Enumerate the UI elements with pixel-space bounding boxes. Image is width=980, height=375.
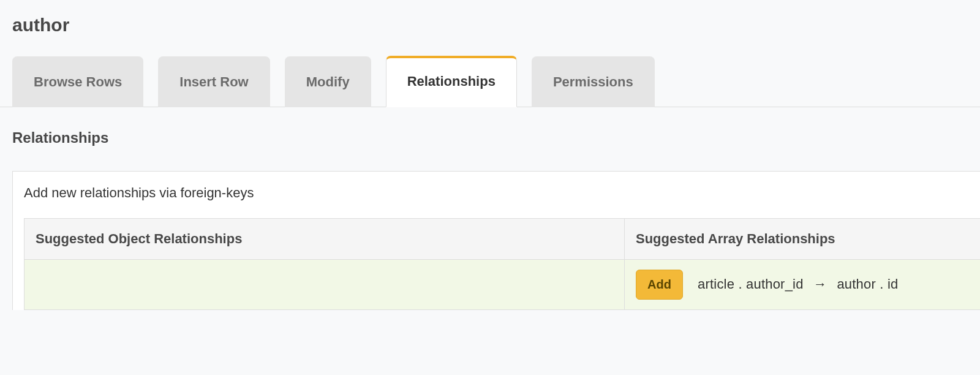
tab-bar: Browse Rows Insert Row Modify Relationsh…	[0, 55, 980, 107]
page-title: author	[0, 0, 980, 55]
relationships-table: Suggested Object Relationships Suggested…	[24, 218, 980, 310]
add-button[interactable]: Add	[636, 270, 683, 300]
dot-separator: .	[738, 276, 746, 292]
to-table: author	[837, 276, 876, 292]
table-row: Add article . author_id → author . id	[24, 260, 981, 310]
tab-browse-rows[interactable]: Browse Rows	[12, 56, 143, 107]
from-table: article	[698, 276, 734, 292]
tab-permissions[interactable]: Permissions	[532, 56, 655, 107]
relationship-suggestion-text: article . author_id → author . id	[698, 276, 898, 292]
tab-relationships[interactable]: Relationships	[386, 56, 517, 107]
relationships-panel: Add new relationships via foreign-keys S…	[12, 171, 980, 310]
tab-insert-row[interactable]: Insert Row	[158, 56, 270, 107]
dot-separator: .	[880, 276, 888, 292]
object-relationship-cell	[24, 260, 625, 310]
arrow-right-icon: →	[813, 276, 827, 292]
array-relationship-cell: Add article . author_id → author . id	[625, 260, 981, 310]
col-object-relationships: Suggested Object Relationships	[24, 219, 625, 260]
to-column: id	[888, 276, 899, 292]
panel-heading: Add new relationships via foreign-keys	[13, 172, 980, 218]
from-column: author_id	[746, 276, 804, 292]
tab-modify[interactable]: Modify	[285, 56, 371, 107]
col-array-relationships: Suggested Array Relationships	[625, 219, 981, 260]
section-heading: Relationships	[0, 107, 980, 171]
table-header-row: Suggested Object Relationships Suggested…	[24, 219, 981, 260]
